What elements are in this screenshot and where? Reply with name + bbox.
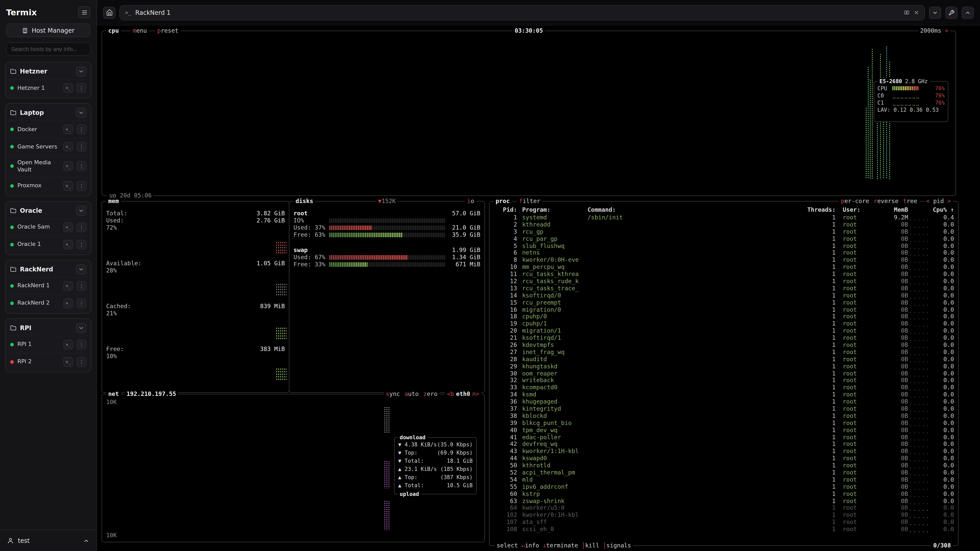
connect-terminal-button[interactable]: >_ <box>63 240 73 249</box>
connect-terminal-button[interactable]: >_ <box>63 181 73 191</box>
connect-terminal-button[interactable]: >_ <box>63 162 73 171</box>
proc-row[interactable]: 28kauditd1root0B⡀⡀⡀⡀⡀0.0 <box>493 356 954 363</box>
proc-row[interactable]: 38kblockd1root0B⡀⡀⡀⡀⡀0.0 <box>493 412 954 419</box>
proc-row[interactable]: 15rcu_preempt1root0B⡀⡀⡀⡀⡀0.0 <box>493 299 954 306</box>
proc-row[interactable]: 13rcu_tasks_trace_1root0B⡀⡀⡀⡀⡀0.0 <box>493 285 954 292</box>
proc-row[interactable]: 16migration/01root0B⡀⡀⡀⡀⡀0.0 <box>493 306 954 313</box>
proc-row[interactable]: 4rcu_par_gp1root0B⡀⡀⡀⡀⡀0.0 <box>493 235 954 242</box>
proc-row[interactable]: 27inet_frag_wq1root0B⡀⡀⡀⡀⡀0.0 <box>493 348 954 356</box>
proc-row[interactable]: 44kswapd01root0B⡀⡀⡀⡀⡀0.0 <box>493 455 954 462</box>
proc-row[interactable]: 41edac-poller1root0B⡀⡀⡀⡀⡀0.0 <box>493 433 954 441</box>
proc-row[interactable]: 52acpi_thermal_pm1root0B⡀⡀⡀⡀⡀0.0 <box>493 469 954 476</box>
connect-terminal-button[interactable]: >_ <box>63 124 73 134</box>
panel-down-button[interactable] <box>929 6 941 19</box>
host-group-header[interactable]: Hetzner <box>7 64 89 79</box>
footer-key[interactable]: │signals <box>603 542 631 549</box>
proc-row[interactable]: 8kworker/0:0H-eve1root0B⡀⡀⡀⡀⡀0.0 <box>493 256 954 264</box>
host-item[interactable]: Oracle Sam >_ ⋮ <box>7 218 89 235</box>
footer-key[interactable]: ↓terminate <box>542 542 578 549</box>
host-item[interactable]: Open Media Vault >_ ⋮ <box>7 155 89 177</box>
net-control[interactable]: auto <box>404 390 418 398</box>
proc-row[interactable]: 32writeback1root0B⡀⡀⡀⡀⡀0.0 <box>493 377 954 384</box>
host-menu-button[interactable]: ⋮ <box>76 240 86 249</box>
host-menu-button[interactable]: ⋮ <box>76 340 86 349</box>
host-item[interactable]: RPI 1 >_ ⋮ <box>7 335 89 353</box>
proc-row[interactable]: 10mm_percpu_wq1root0B⡀⡀⡀⡀⡀0.0 <box>493 263 954 270</box>
footer-key[interactable]: ↵info <box>522 542 539 549</box>
preset-option[interactable]: preset <box>155 27 180 35</box>
host-menu-button[interactable]: ⋮ <box>76 142 86 151</box>
proc-row[interactable]: 1systemd/sbin/init1root9.2M⡀⡀⡀⡀⡀0.4 <box>493 214 954 221</box>
proc-row[interactable]: 60kstrp1root0B⡀⡀⡀⡀⡀0.0 <box>493 490 954 497</box>
proc-row[interactable]: 29khungtaskd1root0B⡀⡀⡀⡀⡀0.0 <box>493 362 954 370</box>
tools-button[interactable] <box>945 6 958 19</box>
proc-row[interactable]: 39blkcg_punt_bio1root0B⡀⡀⡀⡀⡀0.0 <box>493 419 954 427</box>
host-menu-button[interactable]: ⋮ <box>76 357 86 367</box>
proc-row[interactable]: 42devfreq_wq1root0B⡀⡀⡀⡀⡀0.0 <box>493 441 954 448</box>
proc-row[interactable]: 3rcu_gp1root0B⡀⡀⡀⡀⡀0.0 <box>493 228 954 235</box>
proc-row[interactable]: 108scsi_eh_01root0B⡀⡀⡀⡀⡀0.0 <box>493 526 954 533</box>
tab-racknerd-1[interactable]: >_ RackNerd 1 <box>119 5 925 20</box>
host-menu-button[interactable]: ⋮ <box>76 281 86 291</box>
connect-terminal-button[interactable]: >_ <box>63 222 73 232</box>
host-item[interactable]: Proxmox >_ ⋮ <box>7 177 89 194</box>
host-menu-button[interactable]: ⋮ <box>76 124 86 134</box>
host-item[interactable]: Oracle 1 >_ ⋮ <box>7 235 89 253</box>
host-menu-button[interactable]: ⋮ <box>76 162 86 171</box>
panel-up-button[interactable] <box>962 6 974 19</box>
footer-key[interactable]: │kill <box>582 542 599 549</box>
proc-row[interactable]: 37kintegrityd1root0B⡀⡀⡀⡀⡀0.0 <box>493 405 954 412</box>
proc-row[interactable]: 18cpuhp/01root0B⡀⡀⡀⡀⡀0.0 <box>493 313 954 320</box>
proc-row[interactable]: 6netns1root0B⡀⡀⡀⡀⡀0.0 <box>493 249 954 256</box>
proc-option[interactable]: tree <box>903 197 917 205</box>
host-manager-button[interactable]: Host Manager <box>6 24 90 37</box>
home-button[interactable] <box>103 6 115 19</box>
group-collapse-button[interactable] <box>76 323 86 333</box>
user-menu[interactable]: test <box>0 530 97 551</box>
proc-option[interactable]: per-core <box>841 197 869 205</box>
net-interface[interactable]: <beth0n> <box>445 390 481 398</box>
proc-row[interactable]: 2kthreadd1root0B⡀⡀⡀⡀⡀0.0 <box>493 221 954 228</box>
host-menu-button[interactable]: ⋮ <box>76 222 86 232</box>
proc-row[interactable]: 63zswap-shrink1root0B⡀⡀⡀⡀⡀0.0 <box>493 497 954 504</box>
proc-row[interactable]: 33kcompactd01root0B⡀⡀⡀⡀⡀0.0 <box>493 384 954 391</box>
proc-row[interactable]: 20migration/11root0B⡀⡀⡀⡀⡀0.0 <box>493 327 954 334</box>
group-collapse-button[interactable] <box>76 108 86 118</box>
proc-row[interactable]: 11rcu_tasks_kthrea1root0B⡀⡀⡀⡀⡀0.0 <box>493 270 954 278</box>
proc-row[interactable]: 50kthrotld1root0B⡀⡀⡀⡀⡀0.0 <box>493 462 954 469</box>
group-collapse-button[interactable] <box>76 205 86 216</box>
host-item[interactable]: Hetzner 1 >_ ⋮ <box>7 79 89 97</box>
host-item[interactable]: Game Servers >_ ⋮ <box>7 138 89 155</box>
host-menu-button[interactable]: ⋮ <box>76 298 86 308</box>
connect-terminal-button[interactable]: >_ <box>63 281 73 291</box>
host-item[interactable]: Docker >_ ⋮ <box>7 121 89 138</box>
net-control[interactable]: sync <box>386 390 400 398</box>
group-collapse-button[interactable] <box>76 264 86 274</box>
proc-row[interactable]: 43kworker/1:1H-kbl1root0B⡀⡀⡀⡀⡀0.0 <box>493 448 954 455</box>
filter-option[interactable]: filter <box>517 197 542 205</box>
connect-terminal-button[interactable]: >_ <box>63 357 73 367</box>
menu-option[interactable]: menu <box>130 27 149 35</box>
host-group-header[interactable]: Laptop <box>7 105 89 121</box>
footer-key[interactable]: select <box>496 542 518 549</box>
proc-row[interactable]: 102kworker/0:1H-kbl1root0B⡀⡀⡀⡀⡀0.0 <box>493 511 954 519</box>
connect-terminal-button[interactable]: >_ <box>63 340 73 349</box>
host-item[interactable]: RackNerd 2 >_ ⋮ <box>7 294 89 311</box>
proc-row[interactable]: 34ksmd1root0B⡀⡀⡀⡀⡀0.0 <box>493 391 954 398</box>
host-item[interactable]: RackNerd 1 >_ ⋮ <box>7 277 89 294</box>
proc-row[interactable]: 19cpuhp/11root0B⡀⡀⡀⡀⡀0.0 <box>493 320 954 327</box>
host-group-header[interactable]: Oracle <box>7 203 89 218</box>
host-menu-button[interactable]: ⋮ <box>76 83 86 93</box>
proc-row[interactable]: 12rcu_tasks_rude_k1root0B⡀⡀⡀⡀⡀0.0 <box>493 278 954 285</box>
proc-row[interactable]: 55ipv6_addrconf1root0B⡀⡀⡀⡀⡀0.0 <box>493 483 954 490</box>
refresh-rate[interactable]: 2000ms + <box>918 27 950 35</box>
group-collapse-button[interactable] <box>76 66 86 76</box>
proc-row[interactable]: 40tpm_dev_wq1root0B⡀⡀⡀⡀⡀0.0 <box>493 426 954 433</box>
proc-row[interactable]: 5slub_flushwq1root0B⡀⡀⡀⡀⡀0.0 <box>493 242 954 249</box>
proc-row[interactable]: 107ata_sff1root0B⡀⡀⡀⡀⡀0.0 <box>493 519 954 526</box>
proc-row[interactable]: 14ksoftirqd/01root0B⡀⡀⡀⡀⡀0.0 <box>493 292 954 299</box>
proc-row[interactable]: 26kdevtmpfs1root0B⡀⡀⡀⡀⡀0.0 <box>493 341 954 348</box>
host-group-header[interactable]: RPI <box>7 320 89 335</box>
host-item[interactable]: RPI 2 >_ ⋮ <box>7 353 89 370</box>
connect-terminal-button[interactable]: >_ <box>63 142 73 151</box>
